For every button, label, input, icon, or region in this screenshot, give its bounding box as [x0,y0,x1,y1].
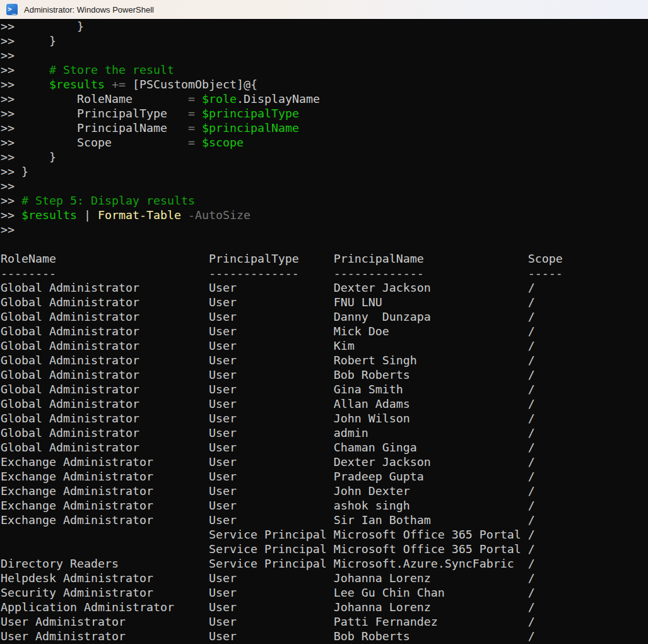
table-row: Global Administrator User Bob Roberts / [1,367,648,382]
table-row: Exchange Administrator User ashok singh … [1,498,648,513]
table-row: Global Administrator User John Wilson / [1,411,648,426]
table-row: Application Administrator User Johanna L… [1,600,648,614]
terminal-line: >> $results | Format-Table -AutoSize [1,208,648,222]
terminal-line: >> [1,48,648,63]
table-row: Security Administrator User Lee Gu Chin … [1,585,648,600]
terminal-line: >> PrincipalName = $principalName [1,121,648,135]
table-row: User Administrator User Bob Roberts / [1,629,648,643]
table-row: Exchange Administrator User Sir Ian Both… [1,513,648,527]
table-row: Global Administrator User Robert Singh / [1,353,648,367]
terminal-line: >> } [1,164,648,179]
terminal-line: >> [1,179,648,193]
table-row: User Administrator User Patti Fernandez … [1,614,648,629]
table-row: Global Administrator User Danny Dunzapa … [1,309,648,324]
table-row: Global Administrator User admin / [1,426,648,440]
terminal-line: >> Scope = $scope [1,135,648,150]
terminal-blank-line [1,237,648,251]
table-row: Directory Readers Service Principal Micr… [1,556,648,571]
table-row: Exchange Administrator User John Dexter … [1,484,648,498]
table-row: Global Administrator User Mick Doe / [1,324,648,338]
terminal-line: >> } [1,150,648,164]
terminal-line: >> } [1,33,648,48]
terminal-output[interactable]: >> }>> }>>>> # Store the result>> $resul… [0,19,648,643]
table-row: Global Administrator User Gina Smith / [1,382,648,397]
table-row: Helpdesk Administrator User Johanna Lore… [1,571,648,585]
table-row: Global Administrator User Chaman Ginga / [1,440,648,455]
terminal-line: >> # Step 5: Display results [1,193,648,208]
table-row: Global Administrator User Dexter Jackson… [1,280,648,295]
table-row: Global Administrator User Allan Adams / [1,397,648,411]
terminal-line: >> RoleName = $role.DisplayName [1,92,648,106]
title-bar[interactable]: >_ Administrator: Windows PowerShell [0,0,648,19]
table-row: Exchange Administrator User Pradeep Gupt… [1,469,648,484]
table-row: Global Administrator User FNU LNU / [1,295,648,309]
table-header-line: RoleName PrincipalType PrincipalName Sco… [1,251,648,266]
terminal-line: >> $results += [PSCustomObject]@{ [1,77,648,92]
terminal-line: >> [1,222,648,237]
terminal-line: >> PrincipalType = $principalType [1,106,648,121]
table-row: Service Principal Microsoft Office 365 P… [1,527,648,542]
table-row: Service Principal Microsoft Office 365 P… [1,542,648,556]
terminal-line: >> } [1,19,648,33]
table-row: Exchange Administrator User Dexter Jacks… [1,455,648,469]
terminal-line: >> # Store the result [1,63,648,77]
table-row: Global Administrator User Kim / [1,338,648,353]
table-underline-line: -------- ------------- ------------- ---… [1,266,648,280]
window-title: Administrator: Windows PowerShell [24,5,154,15]
powershell-icon[interactable]: >_ [6,4,18,15]
